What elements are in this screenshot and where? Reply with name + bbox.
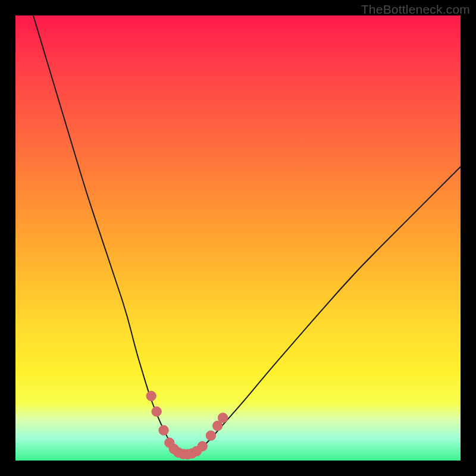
- curve-markers: [146, 391, 228, 459]
- curve-marker: [218, 413, 227, 422]
- curve-marker: [146, 391, 156, 400]
- curve-marker: [198, 441, 207, 451]
- curve-marker: [206, 431, 215, 440]
- curve-marker: [159, 425, 168, 435]
- plot-area: [15, 15, 461, 461]
- curve-svg: [15, 15, 461, 461]
- chart-frame: TheBottleneck.com: [0, 0, 476, 476]
- bottleneck-curve: [33, 15, 461, 454]
- watermark-text: TheBottleneck.com: [361, 2, 470, 17]
- curve-marker: [152, 406, 161, 416]
